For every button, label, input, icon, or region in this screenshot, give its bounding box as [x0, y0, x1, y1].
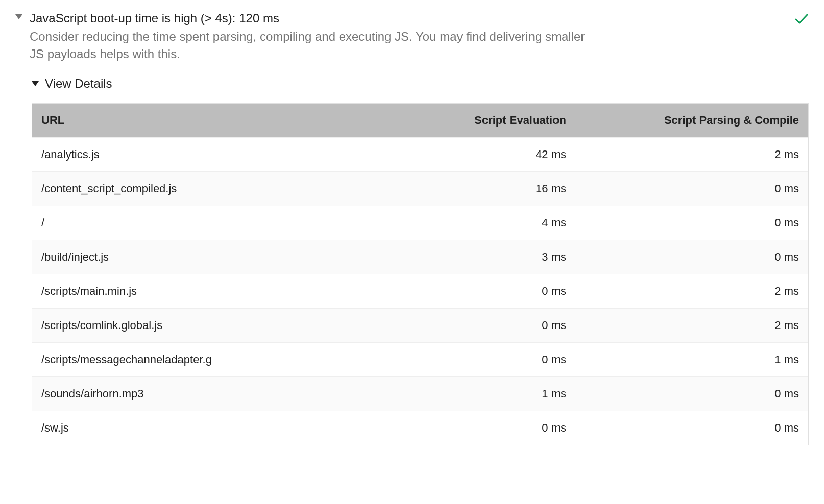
header-script-parsing: Script Parsing & Compile: [575, 104, 808, 138]
cell-script-evaluation: 16 ms: [405, 172, 575, 206]
details-table: URL Script Evaluation Script Parsing & C…: [32, 104, 808, 445]
cell-script-evaluation: 4 ms: [405, 206, 575, 240]
audit-description: Consider reducing the time spent parsing…: [30, 28, 591, 62]
table-row: /scripts/main.min.js0 ms2 ms: [32, 274, 808, 309]
expand-toggle-icon[interactable]: [15, 14, 22, 19]
view-details-label: View Details: [45, 77, 112, 91]
cell-script-parsing: 0 ms: [575, 172, 808, 206]
cell-url: /analytics.js: [32, 138, 405, 172]
chevron-down-icon: [32, 81, 39, 86]
table-header-row: URL Script Evaluation Script Parsing & C…: [32, 104, 808, 138]
table-row: /content_script_compiled.js16 ms0 ms: [32, 172, 808, 206]
table-row: /scripts/messagechanneladapter.g0 ms1 ms: [32, 343, 808, 377]
table-row: /build/inject.js3 ms0 ms: [32, 240, 808, 274]
cell-script-parsing: 0 ms: [575, 240, 808, 274]
audit-title-wrap: JavaScript boot-up time is high (> 4s): …: [30, 10, 809, 62]
cell-url: /scripts/comlink.global.js: [32, 309, 405, 343]
table-row: /analytics.js42 ms2 ms: [32, 138, 808, 172]
cell-script-parsing: 2 ms: [575, 274, 808, 309]
table-row: /scripts/comlink.global.js0 ms2 ms: [32, 309, 808, 343]
cell-url: /scripts/messagechanneladapter.g: [32, 343, 405, 377]
header-script-evaluation: Script Evaluation: [405, 104, 575, 138]
cell-script-evaluation: 0 ms: [405, 343, 575, 377]
table-row: /4 ms0 ms: [32, 206, 808, 240]
cell-url: /: [32, 206, 405, 240]
view-details-toggle[interactable]: View Details: [32, 77, 809, 91]
table-body: /analytics.js42 ms2 ms/content_script_co…: [32, 138, 808, 445]
details-section: View Details URL Script Evaluation Scrip…: [32, 77, 809, 445]
cell-script-parsing: 0 ms: [575, 411, 808, 445]
cell-url: /sw.js: [32, 411, 405, 445]
cell-script-parsing: 0 ms: [575, 206, 808, 240]
cell-url: /content_script_compiled.js: [32, 172, 405, 206]
details-table-wrap: URL Script Evaluation Script Parsing & C…: [32, 103, 809, 445]
table-row: /sw.js0 ms0 ms: [32, 411, 808, 445]
cell-url: /build/inject.js: [32, 240, 405, 274]
cell-script-evaluation: 0 ms: [405, 411, 575, 445]
cell-script-parsing: 2 ms: [575, 309, 808, 343]
checkmark-icon: [794, 13, 809, 27]
cell-script-parsing: 1 ms: [575, 343, 808, 377]
cell-script-evaluation: 1 ms: [405, 377, 575, 411]
cell-script-evaluation: 0 ms: [405, 274, 575, 309]
audit-header: JavaScript boot-up time is high (> 4s): …: [15, 10, 809, 62]
table-row: /sounds/airhorn.mp31 ms0 ms: [32, 377, 808, 411]
cell-script-parsing: 2 ms: [575, 138, 808, 172]
cell-script-evaluation: 0 ms: [405, 309, 575, 343]
audit-title: JavaScript boot-up time is high (> 4s): …: [30, 10, 809, 26]
cell-script-evaluation: 42 ms: [405, 138, 575, 172]
cell-url: /sounds/airhorn.mp3: [32, 377, 405, 411]
cell-script-parsing: 0 ms: [575, 377, 808, 411]
cell-url: /scripts/main.min.js: [32, 274, 405, 309]
header-url: URL: [32, 104, 405, 138]
cell-script-evaluation: 3 ms: [405, 240, 575, 274]
